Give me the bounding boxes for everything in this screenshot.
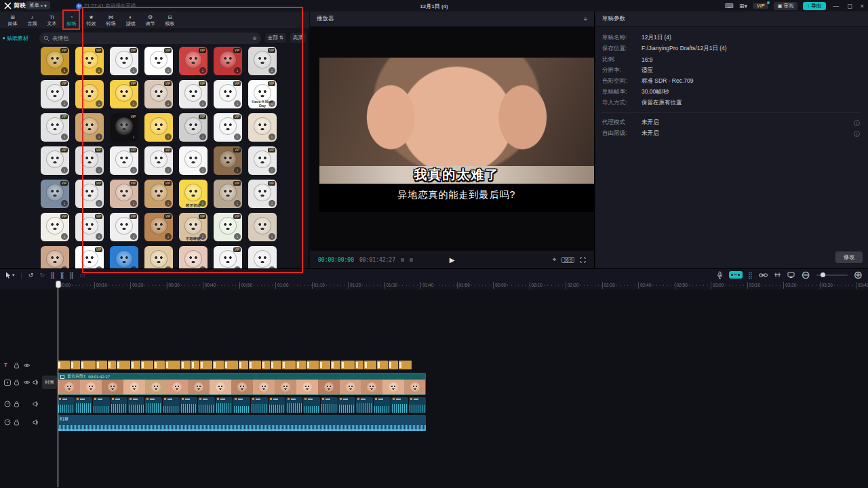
subtitle-segment[interactable] (307, 361, 319, 369)
subtitle-segment[interactable] (282, 361, 296, 369)
timeline-ruler[interactable]: 00:0000:1000:2000:3000:4000:5001:0001:10… (0, 281, 868, 290)
audio-track1-mute-icon[interactable] (33, 401, 39, 407)
subtitle-segment[interactable] (399, 361, 412, 369)
audio-segment[interactable] (93, 397, 110, 413)
audio-segment[interactable] (251, 397, 268, 413)
download-icon[interactable]: ↓ (199, 100, 206, 107)
download-icon[interactable]: ↓ (199, 134, 206, 140)
audio-segment[interactable] (75, 397, 92, 413)
filmstrip-thumb[interactable] (382, 380, 404, 394)
delete-left-button[interactable]: ][ (60, 272, 64, 279)
download-icon[interactable]: ↓ (234, 167, 241, 174)
subtitle-segment[interactable] (377, 361, 388, 369)
subtitle-segment[interactable] (262, 361, 270, 369)
sticker-tile[interactable]: VIP↓ (41, 113, 69, 142)
export-button[interactable]: ↑导出 (803, 2, 827, 10)
video-track-mute-icon[interactable] (33, 379, 39, 386)
filmstrip-thumb[interactable] (275, 380, 296, 394)
filmstrip-thumb[interactable] (123, 380, 145, 394)
sticker-tile[interactable]: VIP↓ (75, 47, 104, 75)
filmstrip-thumb[interactable] (166, 380, 188, 394)
play-button[interactable]: ▶ (450, 256, 455, 264)
subtitle-segment[interactable] (181, 361, 191, 369)
video-preview[interactable]: 我真的太难了 异地恋真的能走到最后吗? (319, 58, 594, 212)
audio-segment[interactable] (111, 397, 127, 413)
tab-filter[interactable]: ◐滤镜 (121, 12, 140, 28)
slider-handle[interactable] (821, 272, 825, 277)
download-icon[interactable]: ↓ (130, 167, 137, 174)
download-icon[interactable]: ↓ (199, 67, 206, 74)
sticker-tile[interactable]: 不敢睁眼VIP↓ (179, 213, 208, 241)
download-icon[interactable]: ↓ (61, 200, 68, 207)
sticker-tile[interactable]: VIP↓ (110, 213, 138, 241)
filmstrip-thumb[interactable] (102, 380, 123, 394)
sticker-tile[interactable]: ↓ (75, 80, 104, 108)
tab-media[interactable]: ⊞媒体 (3, 12, 22, 28)
download-icon[interactable]: ↓ (61, 100, 68, 107)
download-icon[interactable]: ↓ (130, 100, 137, 107)
zoom-out-icon[interactable]: ⊖ (801, 268, 810, 281)
preview-axis-icon[interactable] (774, 272, 781, 278)
sticker-tile[interactable]: ↓ (248, 246, 277, 268)
download-icon[interactable]: ↓ (61, 134, 68, 140)
subtitle-segment[interactable] (108, 361, 116, 369)
sticker-tile[interactable]: VIP↓ (179, 47, 208, 75)
audio-segment[interactable] (128, 397, 145, 413)
sticker-tile[interactable]: ↓ (144, 113, 173, 142)
download-icon[interactable]: ↓ (165, 200, 172, 207)
sticker-tile[interactable]: VIP↓ (41, 80, 69, 108)
download-icon[interactable]: ↓ (130, 67, 137, 74)
search-input[interactable] (52, 35, 250, 41)
sticker-tile[interactable]: VIP↓ (41, 47, 69, 75)
subtitle-segment[interactable] (389, 361, 398, 369)
search-clear-icon[interactable]: ⊗ (252, 35, 257, 41)
download-icon[interactable]: ↓ (269, 100, 275, 107)
download-icon[interactable]: ↓ (61, 233, 68, 240)
download-icon[interactable]: ↓ (234, 200, 241, 207)
sticker-tile[interactable]: VIP↓ (248, 180, 277, 208)
audio-segment[interactable] (163, 397, 180, 413)
audio-segment[interactable] (180, 397, 197, 413)
subtitle-segment[interactable] (58, 361, 70, 369)
sticker-tile[interactable]: VIP↓ (110, 47, 138, 75)
download-icon[interactable]: ↓ (96, 100, 102, 107)
subtitle-segment[interactable] (355, 361, 363, 369)
subtitle-segment[interactable] (271, 361, 281, 369)
modify-button[interactable]: 修改 (835, 251, 863, 263)
audio-track1-lock-icon[interactable] (14, 401, 20, 407)
download-icon[interactable]: ↓ (165, 134, 172, 140)
player-menu-icon[interactable]: ≡ (584, 16, 587, 22)
tab-transition[interactable]: ⋈转场 (101, 12, 121, 28)
sticker-tile[interactable]: VIP↓ (75, 180, 104, 208)
audio-segment[interactable] (233, 397, 250, 413)
audio-segment[interactable] (198, 397, 215, 413)
download-icon[interactable]: ↓ (269, 233, 275, 240)
frame-step-icon[interactable] (401, 258, 404, 262)
download-icon[interactable]: ↓ (61, 67, 68, 74)
sticker-tile[interactable]: VIP↓ (214, 80, 242, 108)
subtitle-segment[interactable] (131, 361, 140, 369)
sticker-tile[interactable]: VIP↓ (75, 213, 104, 241)
filmstrip-thumb[interactable] (361, 380, 382, 394)
filmstrip-thumb[interactable] (340, 380, 361, 394)
sticker-tile[interactable]: 拿捏↓ (110, 246, 138, 268)
sticker-tile[interactable]: VIP↓ (41, 213, 69, 241)
sticker-tile[interactable]: VIP↓ (248, 47, 277, 75)
sticker-tile[interactable]: VIP↓ (144, 47, 173, 75)
sticker-tile[interactable]: ↓ (144, 246, 173, 268)
download-icon[interactable]: ↓ (269, 167, 275, 174)
minimize-button[interactable]: — (831, 3, 840, 9)
sticker-tile[interactable]: VIP↓ (110, 146, 138, 175)
redo-button[interactable]: ↻ (39, 272, 45, 279)
focus-icon[interactable]: ⌖ (553, 256, 557, 264)
maximize-button[interactable]: ◻ (846, 3, 853, 9)
tab-adjust[interactable]: ⚙调节 (140, 12, 160, 28)
tab-sticker[interactable]: ◔贴纸 (62, 12, 81, 28)
sticker-tile[interactable]: ↓ (41, 246, 69, 268)
audio-segment[interactable] (303, 397, 320, 413)
subtitle-segment[interactable] (71, 361, 80, 369)
download-icon[interactable]: ↓ (199, 167, 206, 174)
sidebar-item-sticker-material[interactable]: 贴纸素材 (3, 35, 35, 42)
subtitle-segment[interactable] (117, 361, 130, 369)
frame-step-icon[interactable] (410, 258, 413, 262)
